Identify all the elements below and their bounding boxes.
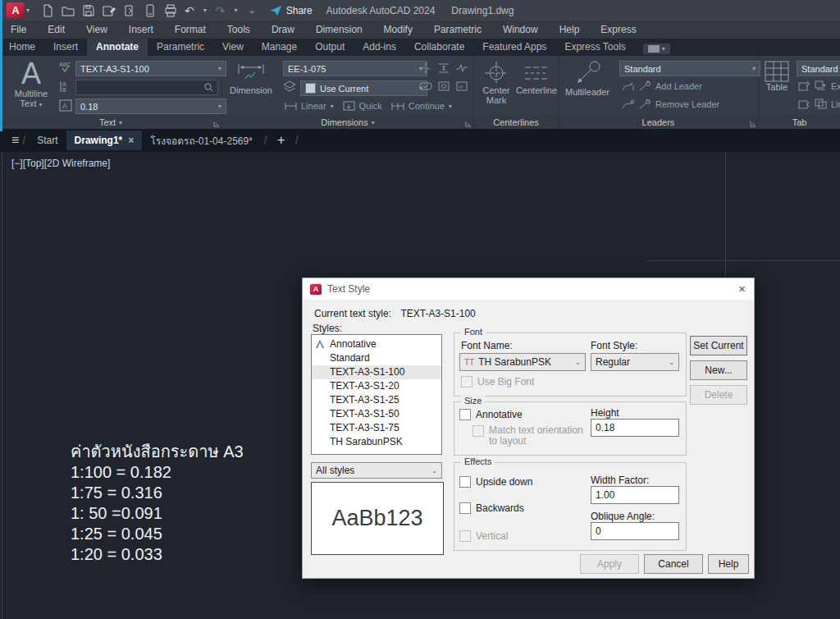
tab-thai-drawing[interactable]: โรงจอดรถ-01-04-2569* — [142, 129, 261, 153]
tab-manage[interactable]: Manage — [253, 39, 306, 56]
menu-help[interactable]: Help — [549, 21, 591, 39]
qat-customize-icon[interactable]: ⌄ — [249, 5, 256, 16]
style-item-standard[interactable]: Standard — [312, 351, 441, 365]
annotative-checkbox[interactable] — [459, 409, 471, 420]
text-style-combo[interactable]: TEXT-A3-S1-100 ▾ — [75, 61, 226, 76]
dimension-button[interactable]: Dimension — [226, 61, 276, 95]
menu-format[interactable]: Format — [164, 21, 217, 39]
menu-file[interactable]: File — [0, 21, 37, 39]
menu-window[interactable]: Window — [492, 21, 549, 39]
logo-caret-icon[interactable]: ▾ — [26, 7, 30, 14]
save-icon[interactable] — [82, 4, 95, 17]
delete-button[interactable]: Delete — [690, 385, 747, 405]
menu-insert[interactable]: Insert — [118, 21, 164, 39]
text-height-combo[interactable]: 0.18 ▾ — [75, 99, 226, 114]
height-input[interactable]: 0.18 — [591, 419, 679, 437]
file-tab-menu-icon[interactable]: ≡ — [11, 133, 19, 148]
linear-caret-icon[interactable]: ▾ — [331, 103, 334, 110]
leaders-dialog-launcher-icon[interactable] — [750, 121, 756, 127]
linear-button[interactable]: Linear — [301, 101, 326, 111]
spell-check-icon[interactable]: ABC — [59, 61, 73, 73]
centerlines-panel-footer[interactable]: Centerlines — [474, 116, 559, 129]
autocad-logo-icon[interactable]: A — [7, 2, 25, 18]
dim-jog-line-icon[interactable] — [455, 62, 470, 76]
continue-caret-icon[interactable]: ▾ — [449, 103, 452, 110]
styles-list[interactable]: Annotative Standard TEXT-A3-S1-100 TEXT-… — [311, 334, 442, 455]
style-item-th-sarabunpsk[interactable]: TH SarabunPSK — [312, 435, 441, 449]
tab-output[interactable]: Output — [306, 39, 354, 56]
search-icon[interactable] — [203, 82, 214, 93]
text-dialog-launcher-icon[interactable] — [213, 121, 220, 127]
menu-dimension[interactable]: Dimension — [305, 21, 373, 39]
dimensions-dialog-launcher-icon[interactable] — [465, 121, 472, 127]
center-mark-button[interactable]: Center Mark — [476, 61, 517, 105]
save-as-icon[interactable] — [103, 4, 116, 17]
tab-featured-apps[interactable]: Featured Apps — [473, 39, 555, 56]
dialog-close-icon[interactable]: × — [738, 282, 746, 296]
style-item-text-a3-s1-100[interactable]: TEXT-A3-S1-100 — [312, 365, 441, 379]
quick-button[interactable]: Quick — [359, 101, 382, 111]
tab-home[interactable]: Home — [0, 39, 44, 56]
open-from-web-icon[interactable] — [123, 4, 136, 17]
new-tab-button[interactable]: + — [271, 132, 292, 149]
vertical-checkbox[interactable] — [459, 530, 471, 542]
tab-parametric[interactable]: Parametric — [148, 39, 213, 56]
mleader-style-combo[interactable]: Standard ▾ — [619, 61, 760, 76]
menu-express[interactable]: Express — [590, 21, 646, 39]
download-source-icon[interactable] — [798, 80, 810, 91]
tab-annotate[interactable]: Annotate — [87, 39, 148, 56]
undo-icon[interactable]: ↶ — [185, 4, 194, 17]
set-current-button[interactable]: Set Current — [690, 336, 747, 355]
tab-collaborate[interactable]: Collaborate — [405, 39, 473, 56]
multiline-text-button[interactable]: A Multiline Text ▾ — [8, 59, 54, 110]
upside-down-checkbox[interactable] — [459, 476, 471, 488]
extract-data-button[interactable]: Extra — [831, 81, 840, 91]
text-scale-icon[interactable]: AB — [59, 80, 72, 93]
tab-drawing1[interactable]: Drawing1* × — [66, 131, 143, 150]
text-frame-icon[interactable]: A — [59, 99, 72, 112]
style-item-text-a3-s1-50[interactable]: TEXT-A3-S1-50 — [312, 407, 441, 421]
menu-modify[interactable]: Modify — [373, 21, 423, 39]
style-item-text-a3-s1-20[interactable]: TEXT-A3-S1-20 — [312, 379, 441, 393]
remove-leader-button[interactable]: Remove Leader — [655, 99, 719, 109]
dim-adjust-space-icon[interactable] — [437, 62, 452, 76]
new-button[interactable]: New... — [690, 360, 747, 380]
backwards-checkbox[interactable] — [459, 502, 471, 514]
style-item-text-a3-s1-25[interactable]: TEXT-A3-S1-25 — [312, 393, 441, 407]
multileader-button[interactable]: Multileader — [560, 61, 614, 97]
menu-view[interactable]: View — [75, 21, 118, 39]
menu-draw[interactable]: Draw — [261, 21, 305, 39]
tables-panel-footer[interactable]: Tab — [759, 116, 840, 129]
dim-inspect-icon[interactable] — [419, 80, 434, 94]
ribbon-display-toggle[interactable]: ▾ — [643, 44, 670, 54]
help-button[interactable]: Help — [708, 554, 749, 574]
open-folder-icon[interactable] — [62, 4, 75, 17]
oblique-angle-input[interactable]: 0 — [591, 522, 679, 540]
add-leader-icon[interactable] — [638, 80, 651, 92]
text-panel-footer[interactable]: Text ▾ — [0, 116, 222, 129]
dimensions-panel-footer[interactable]: Dimensions ▾ — [222, 116, 474, 129]
menu-parametric[interactable]: Parametric — [423, 21, 492, 39]
plot-icon[interactable] — [164, 4, 177, 17]
tab-view[interactable]: View — [213, 39, 253, 56]
redo-icon[interactable]: ↷ — [216, 4, 226, 17]
leaders-panel-footer[interactable]: Leaders — [559, 116, 759, 129]
leader-align-icon[interactable] — [621, 99, 634, 110]
tab-start[interactable]: Start — [29, 131, 66, 150]
remove-leader-icon[interactable] — [638, 99, 651, 110]
tab-insert[interactable]: Insert — [44, 39, 87, 56]
style-item-text-a3-s1-75[interactable]: TEXT-A3-S1-75 — [312, 421, 441, 435]
apply-button[interactable]: Apply — [580, 554, 639, 574]
style-filter-combo[interactable]: All styles ⌄ — [311, 462, 442, 479]
continue-button[interactable]: Continue — [409, 101, 445, 111]
dim-style-combo[interactable]: EE-1-075 ▾ — [283, 61, 427, 76]
table-style-combo[interactable]: Standard — [797, 61, 840, 76]
upload-source-icon[interactable] — [798, 99, 810, 109]
dim-break-icon[interactable] — [419, 62, 434, 76]
font-style-combo[interactable]: Regular ⌄ — [591, 353, 679, 371]
menu-tools[interactable]: Tools — [217, 21, 261, 39]
tab-express-tools[interactable]: Express Tools — [555, 39, 634, 56]
cancel-button[interactable]: Cancel — [644, 554, 703, 574]
new-file-icon[interactable] — [41, 4, 54, 17]
save-to-mobile-icon[interactable] — [144, 4, 157, 17]
